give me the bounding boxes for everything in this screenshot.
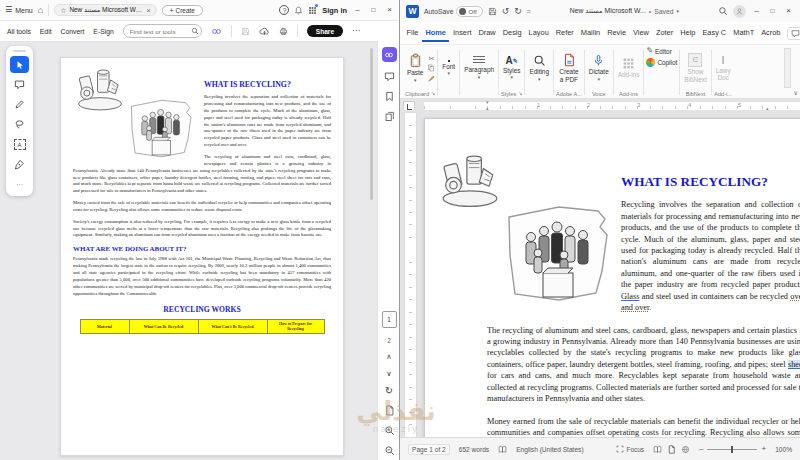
zoom-out-icon[interactable] bbox=[384, 445, 395, 456]
show-bibnext-button[interactable]: ShowBibNext bbox=[682, 53, 708, 83]
save-icon[interactable] bbox=[241, 27, 250, 36]
zoom-slider[interactable] bbox=[699, 445, 766, 453]
styles-button[interactable]: A Styles bbox=[501, 56, 522, 80]
document-tab[interactable]: New مستند Microsoft Wor... bbox=[54, 4, 156, 16]
acrobat-menu-button[interactable]: Menu bbox=[5, 6, 33, 14]
add-text-box-tool-button[interactable] bbox=[10, 136, 29, 153]
addins-button[interactable]: Add-ins bbox=[616, 57, 642, 78]
minimize-button[interactable] bbox=[751, 7, 762, 15]
help-icon[interactable] bbox=[279, 5, 289, 15]
next-page-icon[interactable] bbox=[386, 370, 392, 378]
customize-quick-access-icon[interactable] bbox=[527, 8, 531, 15]
editor-button[interactable]: Editor bbox=[646, 47, 671, 55]
zoom-in-icon[interactable] bbox=[384, 425, 395, 436]
print-icon[interactable] bbox=[279, 27, 288, 36]
home-icon[interactable] bbox=[38, 6, 43, 15]
apps-grid-icon[interactable] bbox=[308, 6, 317, 15]
language-indicator[interactable]: English (United States) bbox=[516, 446, 583, 453]
next-page-number[interactable]: 2 bbox=[387, 337, 391, 344]
pdf-scrollbar[interactable] bbox=[370, 48, 373, 200]
tab-help[interactable]: Help bbox=[677, 24, 699, 42]
bookmarks-panel-icon[interactable] bbox=[384, 91, 395, 102]
tab-home[interactable]: Home bbox=[422, 24, 450, 42]
more-options-icon[interactable] bbox=[352, 27, 360, 35]
nav-edit[interactable]: Edit bbox=[40, 28, 52, 35]
comments-panel-icon[interactable] bbox=[384, 71, 395, 82]
search-icon[interactable] bbox=[718, 6, 728, 16]
nav-esign[interactable]: E-Sign bbox=[93, 28, 113, 35]
tab-references[interactable]: Refer bbox=[552, 24, 577, 42]
close-tab-icon[interactable] bbox=[146, 7, 150, 14]
redo-icon[interactable] bbox=[514, 7, 522, 16]
close-button[interactable] bbox=[783, 7, 794, 15]
paste-button[interactable]: Paste bbox=[405, 53, 425, 82]
undo-icon[interactable] bbox=[502, 7, 510, 16]
tab-zotero[interactable]: Zoter bbox=[652, 24, 676, 42]
editing-button[interactable]: Editing bbox=[527, 54, 551, 81]
quick-save-icon[interactable] bbox=[488, 7, 497, 16]
word-doc-title[interactable]: New مستند Microsoft W... Saved bbox=[570, 7, 679, 15]
tab-draw[interactable]: Draw bbox=[475, 24, 499, 42]
tab-view[interactable]: View bbox=[630, 24, 653, 42]
upload-cloud-icon[interactable] bbox=[259, 27, 270, 36]
zoom-in-icon[interactable] bbox=[761, 445, 766, 453]
print-layout-icon[interactable] bbox=[667, 445, 676, 454]
font-button[interactable]: Font bbox=[440, 60, 457, 76]
copy-icon[interactable] bbox=[427, 64, 435, 72]
copilot-button[interactable]: Copilot bbox=[646, 58, 677, 67]
tab-easy-doc[interactable]: Easy C bbox=[699, 24, 730, 42]
comment-tool-button[interactable] bbox=[10, 76, 29, 93]
create-button[interactable]: Create bbox=[162, 5, 203, 16]
sign-in-button[interactable]: Sign in bbox=[322, 6, 347, 15]
ribbon-scrollbar[interactable] bbox=[784, 48, 791, 88]
collapse-ribbon-icon[interactable] bbox=[794, 90, 798, 96]
account-avatar[interactable] bbox=[733, 5, 746, 18]
paragraph-button[interactable]: Paragraph bbox=[462, 56, 496, 79]
notifications-bell-icon[interactable] bbox=[294, 6, 303, 15]
focus-mode-button[interactable]: Focus bbox=[616, 445, 644, 453]
lawyer-docs-button[interactable]: LawyDoc bbox=[714, 55, 733, 82]
edit-pencil-tool-button[interactable] bbox=[10, 96, 29, 113]
previous-page-icon[interactable] bbox=[386, 353, 392, 361]
rotate-page-icon[interactable] bbox=[385, 386, 393, 396]
tab-file[interactable]: File bbox=[403, 24, 422, 42]
page-thumbnails-icon[interactable] bbox=[384, 111, 395, 122]
tab-mailings[interactable]: Mailin bbox=[577, 24, 603, 42]
close-button[interactable] bbox=[384, 6, 395, 14]
tab-acrobat[interactable]: Acrob bbox=[758, 24, 784, 42]
zoom-out-icon[interactable] bbox=[699, 445, 703, 453]
tab-review[interactable]: Revie bbox=[604, 24, 630, 42]
select-tool-button[interactable] bbox=[10, 56, 29, 73]
nav-convert[interactable]: Convert bbox=[61, 28, 85, 35]
star-icon[interactable] bbox=[60, 7, 66, 14]
tab-mathtype[interactable]: MathT bbox=[730, 24, 758, 42]
styles-dialog-launcher[interactable] bbox=[518, 91, 522, 96]
maximize-button[interactable] bbox=[368, 7, 379, 14]
drag-handle[interactable] bbox=[13, 50, 26, 52]
share-button[interactable]: Share bbox=[307, 25, 343, 37]
comments-button[interactable] bbox=[787, 27, 800, 40]
pennsylvania-people-clipart[interactable] bbox=[501, 195, 611, 307]
word-count[interactable]: 652 words bbox=[459, 446, 489, 453]
zoom-track[interactable] bbox=[707, 449, 757, 450]
proofing-book-icon[interactable] bbox=[498, 445, 507, 454]
page-view-icon[interactable] bbox=[384, 405, 395, 416]
format-painter-icon[interactable] bbox=[427, 74, 435, 82]
more-tools-button[interactable] bbox=[10, 176, 29, 193]
autosave-toggle[interactable]: AutoSave Off bbox=[424, 6, 483, 17]
dictate-button[interactable]: Dictate bbox=[587, 54, 611, 81]
fill-sign-tool-button[interactable] bbox=[10, 156, 29, 173]
zoom-thumb[interactable] bbox=[731, 446, 734, 453]
ai-assistant-badge[interactable] bbox=[382, 47, 397, 62]
zoom-level[interactable]: 100% bbox=[775, 446, 792, 453]
tab-layout[interactable]: Layou bbox=[525, 24, 552, 42]
web-layout-icon[interactable] bbox=[681, 445, 690, 454]
editor-mark-glass[interactable]: Glass bbox=[621, 292, 639, 301]
editor-mark-sheet[interactable]: sheet bbox=[788, 360, 800, 369]
draw-lasso-tool-button[interactable] bbox=[10, 116, 29, 133]
cut-icon[interactable] bbox=[428, 55, 434, 62]
vertical-ruler[interactable] bbox=[404, 112, 417, 438]
ai-assistant-icon[interactable] bbox=[211, 26, 222, 37]
clipboard-dialog-launcher[interactable] bbox=[431, 91, 435, 96]
recycling-cans-clipart[interactable] bbox=[439, 151, 501, 209]
